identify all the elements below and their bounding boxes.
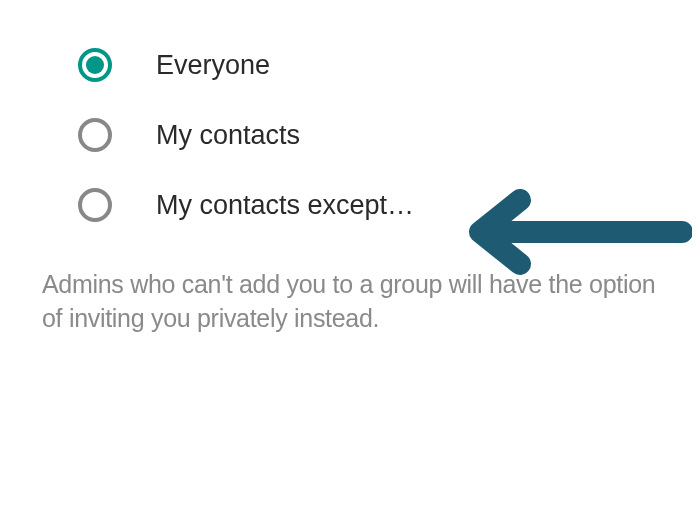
- radio-option-my-contacts-except[interactable]: My contacts except…: [0, 170, 700, 240]
- radio-option-everyone[interactable]: Everyone: [0, 30, 700, 100]
- radio-unselected-icon: [78, 118, 112, 152]
- radio-label: My contacts except…: [156, 190, 414, 221]
- radio-unselected-icon: [78, 188, 112, 222]
- radio-label: Everyone: [156, 50, 270, 81]
- radio-selected-icon: [78, 48, 112, 82]
- description-text: Admins who can't add you to a group will…: [0, 240, 700, 336]
- radio-option-my-contacts[interactable]: My contacts: [0, 100, 700, 170]
- radio-label: My contacts: [156, 120, 300, 151]
